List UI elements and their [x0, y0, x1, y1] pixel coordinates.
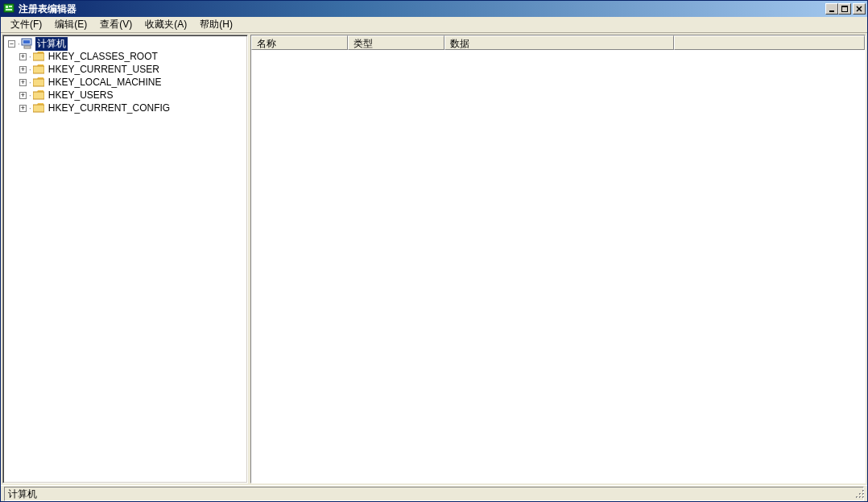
menubar: 文件(F) 编辑(E) 查看(V) 收藏夹(A) 帮助(H) [1, 17, 867, 33]
tree-line: · [29, 65, 31, 74]
svg-rect-24 [857, 497, 858, 498]
tree-item-label[interactable]: HKEY_CLASSES_ROOT [47, 51, 159, 62]
registry-tree: − · 计算机 + · [3, 37, 247, 114]
list-body[interactable] [251, 50, 865, 483]
folder-icon [32, 50, 45, 63]
tree-item-label[interactable]: HKEY_CURRENT_USER [47, 64, 161, 75]
folder-icon [32, 102, 45, 114]
maximize-button[interactable] [838, 3, 851, 15]
tree-line: · [18, 39, 20, 48]
expander-plus-icon[interactable]: + [19, 66, 27, 73]
svg-rect-11 [33, 66, 44, 73]
svg-rect-12 [33, 79, 44, 86]
tree-item-label[interactable]: HKEY_USERS [47, 89, 115, 101]
svg-rect-23 [863, 494, 864, 495]
size-grip[interactable] [853, 487, 866, 500]
svg-rect-9 [24, 46, 31, 48]
statusbar: 计算机 [1, 485, 867, 501]
tree-item-label[interactable]: HKEY_CURRENT_CONFIG [47, 102, 172, 114]
client-area: − · 计算机 + · [1, 33, 867, 485]
tree-item-hkcc[interactable]: + · HKEY_CURRENT_CONFIG [16, 102, 247, 114]
tree-line: · [29, 91, 31, 100]
svg-rect-22 [860, 494, 861, 495]
menu-favorites[interactable]: 收藏夹(A) [138, 16, 193, 33]
tree-children: + · HKEY_CLASSES_ROOT + · HKEY_CURRE [5, 50, 247, 114]
column-header-name[interactable]: 名称 [251, 35, 348, 50]
svg-rect-10 [33, 53, 44, 60]
column-header-spacer[interactable] [674, 35, 865, 50]
column-header-data[interactable]: 数据 [444, 35, 674, 50]
minimize-button[interactable] [825, 3, 838, 15]
tree-item-hklm[interactable]: + · HKEY_LOCAL_MACHINE [16, 76, 247, 89]
expander-plus-icon[interactable]: + [19, 53, 27, 60]
tree-item-hku[interactable]: + · HKEY_USERS [16, 89, 247, 102]
svg-rect-13 [33, 92, 44, 99]
list-pane[interactable]: 名称 类型 数据 [250, 35, 866, 483]
svg-rect-2 [9, 6, 12, 7]
menu-edit[interactable]: 编辑(E) [48, 16, 93, 33]
list-header: 名称 类型 数据 [251, 35, 865, 50]
expander-plus-icon[interactable]: + [19, 92, 27, 99]
svg-rect-26 [863, 497, 864, 498]
tree-item-label[interactable]: HKEY_LOCAL_MACHINE [47, 77, 163, 88]
app-icon [2, 2, 15, 15]
tree-root-row[interactable]: − · 计算机 [5, 37, 247, 50]
svg-rect-21 [863, 491, 864, 492]
tree-line: · [29, 52, 31, 61]
svg-rect-6 [841, 6, 848, 7]
window-title: 注册表编辑器 [19, 2, 825, 16]
svg-rect-25 [860, 497, 861, 498]
tree-item-hkcu[interactable]: + · HKEY_CURRENT_USER [16, 63, 247, 76]
expander-minus-icon[interactable]: − [8, 40, 15, 48]
menu-view[interactable]: 查看(V) [93, 16, 138, 33]
tree-root-label[interactable]: 计算机 [35, 37, 68, 51]
expander-plus-icon[interactable]: + [19, 105, 27, 112]
menu-help[interactable]: 帮助(H) [193, 16, 239, 33]
tree-line: · [29, 78, 31, 87]
titlebar[interactable]: 注册表编辑器 [1, 1, 867, 17]
svg-rect-8 [23, 40, 30, 44]
tree-line: · [29, 104, 31, 113]
menu-file[interactable]: 文件(F) [4, 16, 48, 33]
svg-rect-3 [6, 9, 12, 10]
close-button[interactable] [853, 3, 866, 15]
svg-rect-0 [4, 4, 14, 12]
tree-item-hkcr[interactable]: + · HKEY_CLASSES_ROOT [16, 50, 247, 63]
folder-icon [32, 76, 45, 89]
svg-rect-1 [6, 6, 8, 8]
tree-pane[interactable]: − · 计算机 + · [2, 35, 248, 483]
registry-editor-window: 注册表编辑器 文件(F) 编辑(E) 查看(V) 收藏夹(A) 帮助(H) − [0, 0, 868, 502]
svg-rect-4 [829, 10, 834, 12]
svg-rect-14 [33, 105, 44, 112]
expander-plus-icon[interactable]: + [19, 79, 27, 86]
column-header-type[interactable]: 类型 [348, 35, 444, 50]
status-path: 计算机 [4, 487, 864, 501]
computer-icon [21, 37, 34, 50]
folder-icon [32, 89, 45, 102]
window-controls [825, 3, 866, 15]
folder-icon [32, 63, 45, 76]
